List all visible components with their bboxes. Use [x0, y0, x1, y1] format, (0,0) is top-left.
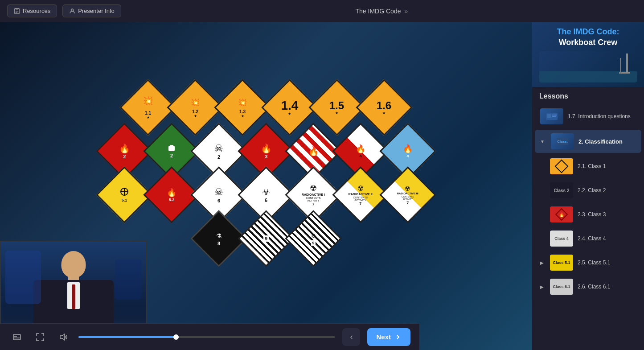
resources-button[interactable]: Resources — [7, 4, 57, 17]
lesson-item-class3[interactable]: 🔥 2.3. Class 3 — [535, 203, 641, 226]
explosion-icon-2: 💥 — [188, 97, 202, 108]
fullscreen-icon — [36, 333, 45, 342]
next-button[interactable]: Next — [367, 328, 410, 346]
lesson-item-class4[interactable]: Class 4 2.4. Class 4 — [535, 227, 641, 250]
lesson-label-class3: 2.3. Class 3 — [578, 211, 636, 218]
svg-text:Class.: Class. — [557, 140, 568, 144]
lesson-thumb-class1 — [550, 158, 573, 174]
volume-icon — [59, 333, 68, 342]
explosion-icon-3: 💥 — [235, 97, 250, 108]
gas-cylinder-icon — [165, 144, 178, 153]
resources-icon — [14, 8, 20, 14]
progress-bar[interactable] — [78, 336, 335, 338]
next-icon — [394, 334, 402, 341]
oxidizer-icon — [118, 187, 131, 198]
course-thumbnail: The IMDG Code: Workboat Crew — [532, 22, 644, 87]
svg-text:⚙: ⚙ — [311, 233, 316, 239]
lesson-thumb-class61: Class 6.1 — [550, 279, 573, 295]
svg-text:💥: 💥 — [191, 98, 200, 107]
hazmat-row-4: ⚗ 8 9 ⚙ 9 — [199, 218, 333, 259]
misc-icon: ⚙ — [308, 231, 319, 240]
expand-arrow-61: ▶ — [540, 284, 544, 289]
lesson-label-class2: 2.2. Class 2 — [578, 187, 636, 194]
corrosive-icon: ⚗ — [212, 231, 226, 241]
lesson-label-intro: 1.7. Introduction questions — [568, 113, 636, 120]
hazmat-7-iii: ☢ RADIOACTIVE III CONTENTS ACTIVITY 7 — [379, 166, 436, 223]
classification-thumb-icon: Class. — [556, 137, 569, 146]
lessons-list: 1.7. Introduction questions ▼ Class. 2. … — [532, 104, 644, 350]
hazmat-row-2: 🔥 2 2 ☠ — [104, 131, 428, 171]
lesson-thumb-class4: Class 4 — [550, 231, 573, 247]
lesson-item-class1[interactable]: 2.1. Class 1 — [535, 155, 641, 178]
main-area: 💥 1.1 ★ 💥 1.2 ★ — [0, 22, 644, 350]
hazmat-row-3: 5.1 🔥 5.2 ☠ 6 — [104, 175, 428, 215]
lesson-thumb-class2: Class 2 — [550, 182, 573, 198]
video-section: 💥 1.1 ★ 💥 1.2 ★ — [0, 22, 532, 350]
lesson-item-class2[interactable]: Class 2 2.2. Class 2 — [535, 179, 641, 202]
bottom-controls: ‹ Next — [0, 323, 419, 350]
presenter-info-button[interactable]: Presenter Info — [62, 4, 121, 17]
lesson-item-class51[interactable]: ▶ Class 5.1 2.5. Class 5.1 — [535, 251, 641, 274]
section-label-classification: 2. Classification — [578, 138, 623, 145]
lesson-item-classification[interactable]: ▼ Class. 2. Classification — [535, 130, 641, 153]
lesson-label-class51: 2.5. Class 5.1 — [578, 259, 636, 267]
progress-fill — [78, 336, 176, 338]
svg-rect-9 — [170, 145, 173, 147]
sidebar: The IMDG Code: Workboat Crew Lessons — [532, 22, 644, 350]
expand-arrow: ▼ — [540, 139, 545, 144]
lesson-thumb-intro — [540, 108, 563, 124]
hazmat-row-1: 💥 1.1 ★ 💥 1.2 ★ — [128, 87, 404, 128]
lesson-label-class61: 2.6. Class 6.1 — [578, 283, 636, 291]
course-title-bar: The IMDG Code » — [127, 8, 637, 15]
lesson-label-class4: 2.4. Class 4 — [578, 235, 636, 243]
svg-text:⚗: ⚗ — [216, 232, 222, 239]
explosion-icon-1: 💥 — [141, 95, 155, 110]
fullscreen-button[interactable] — [32, 329, 48, 345]
expand-arrow-51: ▶ — [540, 260, 544, 265]
subtitles-button[interactable] — [9, 329, 25, 345]
svg-text:💥: 💥 — [238, 98, 247, 107]
lesson-thumb-class51: Class 5.1 — [550, 255, 573, 271]
volume-button[interactable] — [55, 329, 71, 345]
lesson-thumb-classification: Class. — [551, 133, 574, 149]
presenter-icon — [69, 8, 75, 14]
prev-button[interactable]: ‹ — [342, 328, 360, 346]
svg-rect-20 — [547, 114, 551, 118]
progress-thumb — [173, 334, 179, 340]
lesson-thumb-class3: 🔥 — [550, 206, 573, 222]
lesson-item-intro[interactable]: 1.7. Introduction questions — [535, 105, 641, 128]
svg-rect-15 — [13, 334, 21, 340]
lesson-label-class1: 2.1. Class 1 — [578, 163, 636, 170]
lessons-header: Lessons — [532, 87, 644, 104]
top-bar: Resources Presenter Info The IMDG Code » — [0, 0, 644, 22]
subtitles-icon — [12, 333, 21, 342]
hazmat-9-b: ⚙ 9 — [285, 210, 341, 267]
svg-text:💥: 💥 — [143, 96, 153, 106]
svg-marker-18 — [60, 334, 65, 340]
course-thumb-title: The IMDG Code: Workboat Crew — [539, 27, 637, 48]
lesson-thumb-icon — [545, 112, 558, 121]
lesson-item-class61[interactable]: ▶ Class 6.1 2.6. Class 6.1 — [535, 275, 641, 298]
